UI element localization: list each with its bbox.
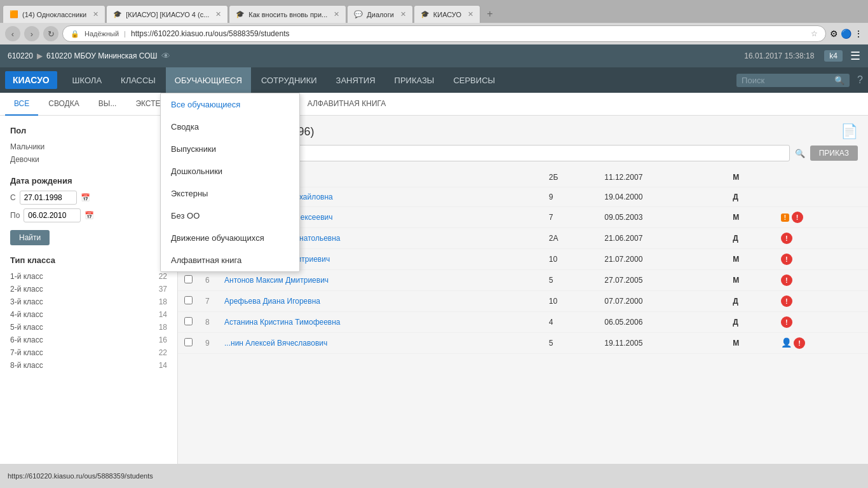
filter-class-6[interactable]: 6-й класс 16 <box>10 334 167 346</box>
error-badge[interactable]: ! <box>781 233 792 244</box>
tab-close-kiasuo4[interactable]: ✕ <box>215 10 221 18</box>
sub-nav-item-graduates[interactable]: ВЫ... <box>90 93 126 116</box>
row-checkbox[interactable] <box>184 275 193 283</box>
table-row[interactable]: 9 ...нин Алексей Вячеславович 5 19.11.20… <box>178 333 868 354</box>
student-name[interactable]: Арефьева Диана Игоревна <box>218 291 543 312</box>
row-checkbox[interactable] <box>184 317 193 325</box>
org-name[interactable]: 610220 МБОУ Мининская СОШ <box>46 51 158 60</box>
nav-item-staff[interactable]: СОТРУДНИКИ <box>252 67 326 93</box>
ext-icon-3[interactable]: ⋮ <box>854 29 863 39</box>
info-badge[interactable]: ! <box>781 214 789 222</box>
filter-class-7[interactable]: 7-й класс 22 <box>10 346 167 359</box>
filter-option-female[interactable]: Девочки <box>10 153 167 166</box>
date-to-input[interactable] <box>24 208 81 222</box>
filter-class-4[interactable]: 4-й класс 14 <box>10 308 167 321</box>
dropdown-item-movement[interactable]: Движение обучающихся <box>161 227 299 249</box>
new-tab-button[interactable]: + <box>481 5 499 23</box>
org-code[interactable]: 610220 <box>8 51 33 60</box>
order-button[interactable]: ПРИКАЗ <box>810 146 858 161</box>
brand-logo[interactable]: КИАСУО <box>5 71 57 89</box>
dropdown-item-summary[interactable]: Сводка <box>161 116 299 138</box>
table-row[interactable]: 6 Антонов Максим Дмитриевич 5 27.07.2005… <box>178 270 868 291</box>
tab-kak-vnosit[interactable]: 🎓 Как вносить вновь при... ✕ <box>229 5 346 23</box>
sub-nav-item-alphabet[interactable]: АЛФАВИТНАЯ КНИГА <box>299 93 395 116</box>
row-checkbox[interactable] <box>184 338 193 346</box>
student-birth: 19.04.2000 <box>598 187 726 207</box>
table-search-icon[interactable]: 🔍 <box>795 149 805 158</box>
tab-dialogi[interactable]: 💬 Диалоги ✕ <box>347 5 413 23</box>
nav-item-classes[interactable]: КЛАССЫ <box>112 67 165 93</box>
export-button[interactable]: 📄 <box>841 123 858 140</box>
tab-bar: 🟧 (14) Одноклассники ✕ 🎓 [КИАСУО] [КИАСУ… <box>0 0 868 23</box>
row-number: 9 <box>199 333 218 354</box>
ext-icon-1[interactable]: ⚙ <box>830 29 838 39</box>
help-icon[interactable]: ? <box>857 74 863 86</box>
date-from-input[interactable] <box>20 191 77 205</box>
student-flags <box>775 168 868 187</box>
student-gender: М <box>726 207 775 228</box>
header-user[interactable]: k4 <box>824 50 843 62</box>
tab-kiasuo[interactable]: 🎓 КИАСУО ✕ <box>414 5 480 23</box>
tab-close-odnoklassniki[interactable]: ✕ <box>93 10 98 18</box>
error-badge[interactable]: ! <box>781 274 792 286</box>
reload-button[interactable]: ↻ <box>43 26 58 41</box>
address-bar[interactable]: 🔒 Надёжный | https://610220.kiasuo.ru/ou… <box>62 25 826 42</box>
eye-icon[interactable]: 👁 <box>161 51 170 61</box>
table-row[interactable]: 8 Астанина Кристина Тимофеевна 4 06.05.2… <box>178 312 868 333</box>
person-badge[interactable]: 👤 <box>781 337 792 348</box>
sub-nav-item-all[interactable]: ВСЕ <box>5 93 38 116</box>
sub-nav-item-summary[interactable]: СВОДКА <box>39 93 88 116</box>
bookmark-icon[interactable]: ☆ <box>811 29 818 38</box>
calendar-from-icon[interactable]: 📅 <box>81 193 90 202</box>
student-birth: 21.07.2000 <box>598 249 726 270</box>
dropdown-item-externals[interactable]: Экстерны <box>161 182 299 205</box>
error-badge[interactable]: ! <box>792 212 803 223</box>
search-input[interactable] <box>742 76 831 85</box>
tab-odnoklassniki[interactable]: 🟧 (14) Одноклассники ✕ <box>3 5 105 23</box>
dropdown-item-all[interactable]: Все обучающиеся <box>161 93 299 116</box>
header-menu-icon[interactable]: ☰ <box>850 49 860 63</box>
nav-item-lessons[interactable]: ЗАНЯТИЯ <box>327 67 384 93</box>
nav-item-students[interactable]: ОБУЧАЮЩИЕСЯ <box>166 67 251 93</box>
error-badge[interactable]: ! <box>781 295 792 307</box>
search-icon[interactable]: 🔍 <box>834 76 844 85</box>
forward-button[interactable]: › <box>24 26 39 41</box>
error-badge[interactable]: ! <box>781 254 792 265</box>
student-name[interactable]: Антонов Максим Дмитриевич <box>218 270 543 291</box>
student-class: 7 <box>543 207 598 228</box>
student-birth: 21.06.2007 <box>598 228 726 249</box>
nav-item-orders[interactable]: ПРИКАЗЫ <box>386 67 444 93</box>
tab-kiasuo4[interactable]: 🎓 [КИАСУО] [КИАСУО 4 (c... ✕ <box>106 5 228 23</box>
tab-close-kiasuo[interactable]: ✕ <box>468 10 473 18</box>
back-button[interactable]: ‹ <box>5 26 20 41</box>
app-header: 610220 ▶ 610220 МБОУ Мининская СОШ 👁 16.… <box>0 44 868 67</box>
dropdown-item-alphabet[interactable]: Алфавитная книга <box>161 249 299 271</box>
find-button[interactable]: Найти <box>10 230 50 245</box>
table-row[interactable]: 7 Арефьева Диана Игоревна 10 07.07.2000 … <box>178 291 868 312</box>
filter-option-male[interactable]: Мальчики <box>10 140 167 153</box>
calendar-to-icon[interactable]: 📅 <box>85 211 94 220</box>
tab-close-kak-vnosit[interactable]: ✕ <box>334 10 339 18</box>
tab-close-dialogi[interactable]: ✕ <box>400 10 406 18</box>
student-name[interactable]: Астанина Кристина Тимофеевна <box>218 312 543 333</box>
nav-item-services[interactable]: СЕРВИСЫ <box>444 67 504 93</box>
filter-class-3[interactable]: 3-й класс 18 <box>10 295 167 308</box>
dropdown-item-graduates[interactable]: Выпускники <box>161 138 299 160</box>
student-gender: Д <box>726 228 775 249</box>
filter-class-2[interactable]: 2-й класс 37 <box>10 283 167 295</box>
nav-item-school[interactable]: ШКОЛА <box>64 67 111 93</box>
error-badge[interactable]: ! <box>781 316 792 328</box>
dropdown-item-preschool[interactable]: Дошкольники <box>161 160 299 182</box>
student-name[interactable]: ...нин Алексей Вячеславович <box>218 333 543 354</box>
dropdown-item-nooo[interactable]: Без ОО <box>161 205 299 227</box>
filter-class-5[interactable]: 5-й класс 18 <box>10 321 167 334</box>
error-badge[interactable]: ! <box>794 337 805 349</box>
filter-class-1[interactable]: 1-й класс 22 <box>10 270 167 283</box>
student-class: 2Б <box>543 168 598 187</box>
browser-chrome: 🟧 (14) Одноклассники ✕ 🎓 [КИАСУО] [КИАСУ… <box>0 0 868 44</box>
ext-icon-2[interactable]: 🔵 <box>841 29 851 39</box>
student-flags: 👤 ! <box>775 333 868 354</box>
row-checkbox[interactable] <box>184 296 193 304</box>
student-class: 5 <box>543 270 598 291</box>
filter-class-8[interactable]: 8-й класс 14 <box>10 359 167 372</box>
